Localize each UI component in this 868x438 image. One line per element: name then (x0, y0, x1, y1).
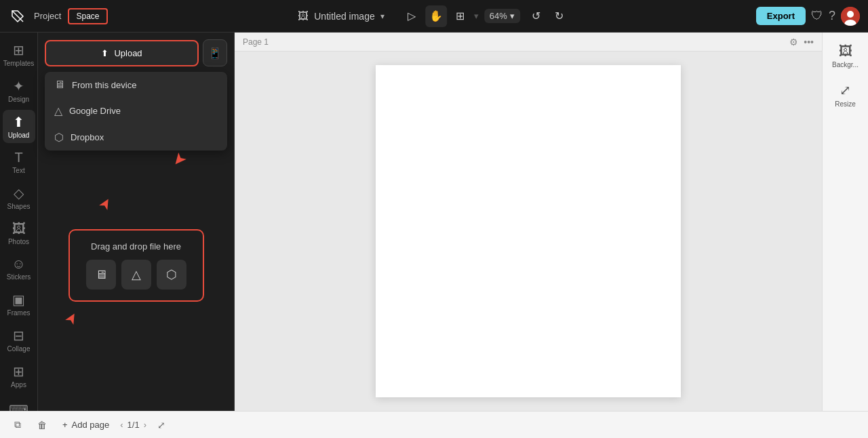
sidebar-item-stickers[interactable]: ☺ Stickers (3, 252, 35, 285)
undo-button[interactable]: ↺ (526, 5, 547, 27)
project-label: Project (34, 11, 61, 21)
canvas-more-icon[interactable]: ••• (804, 37, 814, 47)
frames-icon: ▣ (12, 292, 25, 308)
upload-panel: ⬆ Upload 📱 🖥 From this device △ Google D… (38, 33, 235, 411)
resize-label: Resize (835, 100, 856, 108)
upload-device-button[interactable]: 📱 (203, 39, 227, 66)
dnd-device-icon: 🖥 (95, 268, 107, 282)
sidebar-label-shapes: Shapes (7, 203, 31, 210)
sidebar-label-frames: Frames (7, 309, 31, 317)
background-icon: 🖼 (839, 43, 852, 59)
hand-tool[interactable]: ✋ (425, 5, 447, 27)
dropdown-label-gdrive: Google Drive (69, 106, 121, 116)
upload-main-button[interactable]: ⬆ Upload (45, 40, 199, 66)
svg-point-2 (847, 11, 854, 18)
doc-title: Untitled image (314, 11, 375, 22)
next-page-button[interactable]: › (144, 420, 146, 430)
gdrive-icon: △ (54, 104, 62, 117)
zoom-chevron-icon: ▾ (510, 11, 515, 21)
sidebar-label-apps: Apps (11, 381, 26, 389)
upload-dropdown: 🖥 From this device △ Google Drive ⬡ Drop… (45, 72, 227, 151)
arrow-from-device: ➤ (168, 148, 191, 171)
help-icon: ? (829, 9, 835, 23)
canvas-toolbar: Page 1 ⚙ ••• (235, 33, 822, 52)
upload-icon: ⬆ (13, 114, 24, 130)
sidebar-item-templates[interactable]: ⊞ Templates (3, 38, 35, 71)
export-button[interactable]: Export (756, 7, 806, 25)
right-panel-resize[interactable]: ⤢ Resize (826, 77, 865, 113)
sidebar-item-keyboard[interactable]: ⌨ (3, 398, 35, 411)
dnd-dropbox-button[interactable]: ⬡ (157, 260, 186, 290)
space-button[interactable]: Space (68, 8, 107, 24)
dropbox-icon: ⬡ (54, 131, 64, 144)
user-avatar[interactable] (841, 7, 860, 26)
arrow-dnd: ➤ (60, 309, 82, 329)
bottom-bar: ⧉ 🗑 + Add page ‹ 1/1 › ⤢ (0, 411, 868, 438)
dropdown-label-device: From this device (72, 80, 136, 90)
doc-icon: 🖼 (298, 10, 309, 22)
duplicate-page-button[interactable]: ⧉ (8, 416, 27, 435)
add-page-button[interactable]: + Add page (57, 417, 115, 433)
dropdown-item-dropbox[interactable]: ⬡ Dropbox (45, 124, 227, 151)
sidebar-item-text[interactable]: T Text (3, 146, 35, 178)
right-panel: 🖼 Backgr... ⤢ Resize (822, 33, 868, 411)
keyboard-icon: ⌨ (9, 402, 28, 411)
layout-tool[interactable]: ⊞ (450, 5, 471, 27)
dnd-cloud-button[interactable]: △ (121, 260, 151, 290)
sidebar-label-stickers: Stickers (7, 273, 31, 281)
sidebar-item-upload[interactable]: ⬆ Upload (3, 110, 35, 143)
sidebar-item-collage[interactable]: ⊟ Collage (3, 323, 35, 357)
dropdown-item-device[interactable]: 🖥 From this device (45, 72, 227, 98)
add-page-label: Add page (72, 420, 110, 430)
sidebar-label-design: Design (8, 96, 29, 103)
page-label: Page 1 (243, 37, 269, 47)
dnd-label: Drag and drop file here (91, 241, 181, 252)
delete-page-button[interactable]: 🗑 (33, 416, 52, 435)
chevron-down-icon[interactable]: ▾ (380, 12, 384, 21)
sidebar-item-design[interactable]: ✦ Design (3, 74, 35, 107)
sidebar-label-text: Text (12, 167, 24, 174)
svg-line-0 (12, 11, 23, 22)
canvas-area: Page 1 ⚙ ••• (235, 33, 822, 411)
topbar: Project Space 🖼 Untitled image ▾ ▷ ✋ ⊞ ▾… (0, 0, 868, 33)
shield-icon: 🛡 (811, 9, 823, 23)
sidebar-item-apps[interactable]: ⊞ Apps (3, 359, 35, 393)
background-label: Backgr... (832, 61, 859, 68)
text-icon: T (14, 150, 22, 165)
sidebar-item-shapes[interactable]: ◇ Shapes (3, 181, 35, 214)
page-indicator: 1/1 (127, 420, 140, 430)
photos-icon: 🖼 (12, 221, 26, 237)
collage-icon: ⊟ (13, 327, 24, 344)
zoom-control[interactable]: 64% ▾ (484, 9, 520, 23)
canvas-settings-icon[interactable]: ⚙ (789, 37, 798, 47)
upload-cloud-icon: ⬆ (101, 48, 108, 58)
upload-btn-row: ⬆ Upload 📱 (45, 39, 227, 66)
main-content: ⊞ Templates ✦ Design ⬆ Upload T Text ◇ S… (0, 33, 868, 411)
design-icon: ✦ (13, 78, 24, 94)
dnd-dropbox-icon: ⬡ (166, 267, 177, 282)
canvas-content (235, 52, 822, 411)
sidebar-item-frames[interactable]: ▣ Frames (3, 287, 35, 321)
sidebar-label-templates: Templates (3, 60, 35, 67)
monitor-icon: 🖥 (54, 79, 65, 91)
pointer-tool[interactable]: ▷ (401, 5, 422, 27)
fit-page-button[interactable]: ⤢ (152, 416, 171, 435)
upload-btn-label: Upload (114, 48, 142, 58)
right-panel-background[interactable]: 🖼 Backgr... (826, 38, 865, 74)
dropdown-label-dropbox: Dropbox (71, 132, 104, 142)
apps-icon: ⊞ (13, 363, 24, 380)
stickers-icon: ☺ (12, 256, 25, 272)
dnd-device-button[interactable]: 🖥 (86, 260, 116, 290)
templates-icon: ⊞ (13, 42, 24, 58)
dropdown-item-gdrive[interactable]: △ Google Drive (45, 98, 227, 124)
logo[interactable] (8, 7, 27, 26)
shapes-icon: ◇ (14, 185, 24, 201)
drag-drop-area[interactable]: Drag and drop file here 🖥 △ ⬡ (68, 229, 204, 302)
page-canvas[interactable] (376, 65, 681, 397)
redo-button[interactable]: ↻ (549, 5, 570, 27)
sidebar-label-collage: Collage (7, 345, 31, 353)
prev-page-button[interactable]: ‹ (120, 420, 123, 430)
sidebar-item-photos[interactable]: 🖼 Photos (3, 217, 35, 250)
add-page-icon: + (62, 420, 68, 430)
resize-icon: ⤢ (840, 82, 851, 98)
